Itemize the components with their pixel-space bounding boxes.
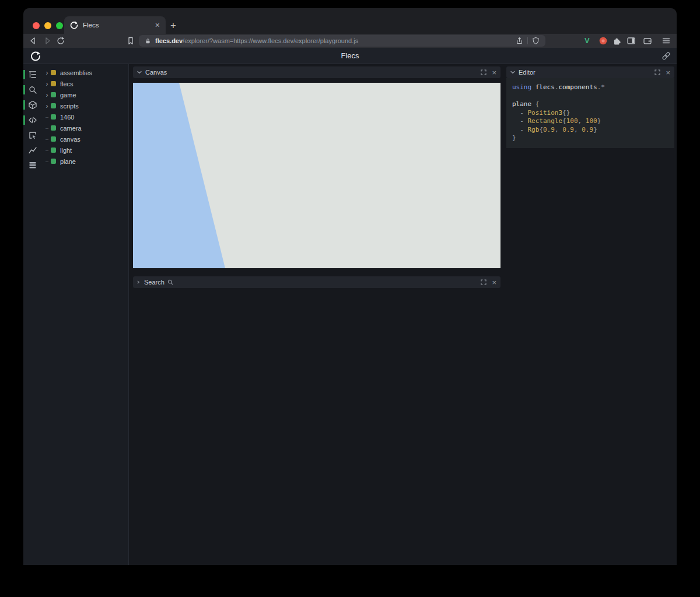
expand-arrow-icon[interactable]: › [43, 92, 51, 99]
entity-color-square [51, 159, 56, 164]
menu-hamburger-icon[interactable] [662, 36, 671, 45]
close-panel-icon[interactable]: × [666, 69, 670, 76]
tree-item-label: game [60, 92, 76, 99]
url-host: flecs.dev [155, 37, 183, 44]
stats-chart-icon[interactable] [28, 145, 37, 154]
canvas-viewport[interactable] [133, 83, 501, 268]
tree-item-light[interactable]: –light [42, 145, 129, 156]
bookmark-icon[interactable] [126, 36, 135, 45]
code-editor-icon[interactable] [28, 115, 37, 125]
tab-bar: Flecs × + [23, 8, 677, 34]
search-magnifier-icon [167, 279, 173, 285]
active-indicator [23, 85, 25, 94]
address-bar[interactable]: flecs.dev /explorer/?wasm=https://www.fl… [139, 35, 545, 47]
entities-box-icon[interactable] [28, 100, 37, 110]
fullscreen-icon[interactable] [654, 69, 660, 75]
forward-button[interactable] [43, 36, 52, 45]
code-line: } [512, 134, 668, 143]
code-line: plane { [512, 100, 668, 109]
search-query-icon[interactable] [28, 85, 37, 94]
close-window-button[interactable] [33, 22, 40, 29]
entity-color-square [51, 70, 56, 75]
sidebar-panel-icon[interactable] [626, 36, 636, 45]
tree-item-plane[interactable]: –plane [42, 156, 129, 167]
entity-color-square [51, 92, 56, 97]
tree-item-game[interactable]: ›game [42, 89, 129, 100]
fullscreen-icon[interactable] [481, 69, 487, 75]
leaf-dash-icon: – [43, 147, 51, 154]
flecs-favicon-icon [70, 21, 78, 29]
collapse-chevron-icon[interactable] [137, 71, 142, 74]
browser-window: Flecs × + flecs.dev /explorer/?wa [23, 8, 677, 565]
tree-item-assemblies[interactable]: ›assemblies [42, 67, 129, 78]
active-indicator [23, 100, 25, 110]
reload-button[interactable] [56, 36, 65, 45]
close-panel-icon[interactable]: × [492, 69, 496, 76]
tree-item-label: assemblies [60, 69, 92, 76]
tree-item-label: canvas [60, 136, 80, 143]
inspect-cursor-icon[interactable] [28, 131, 37, 140]
back-button[interactable] [29, 36, 38, 45]
screen-background: Flecs × + flecs.dev /explorer/?wa [0, 0, 700, 597]
search-panel-title: Search [144, 279, 164, 286]
red-extension-icon[interactable] [598, 36, 608, 45]
data-rows-icon[interactable] [28, 160, 37, 170]
code-line [512, 92, 668, 101]
extensions-puzzle-icon[interactable] [612, 36, 622, 45]
flecs-explorer-page: Flecs [23, 48, 677, 565]
expand-arrow-icon[interactable]: › [43, 69, 51, 76]
tree-item-label: flecs [60, 80, 74, 87]
divider [527, 37, 528, 44]
canvas-panel-title: Canvas [145, 69, 167, 76]
browser-tab[interactable]: Flecs × [64, 16, 166, 34]
zoom-window-button[interactable] [56, 22, 63, 29]
tree-item-canvas[interactable]: –canvas [42, 134, 129, 145]
expand-arrow-icon[interactable]: › [43, 80, 51, 87]
search-panel-header[interactable]: Search × [133, 276, 501, 288]
new-tab-button[interactable]: + [170, 20, 176, 30]
leaf-dash-icon: – [43, 114, 51, 121]
editor-panel-header[interactable]: Editor × [506, 66, 674, 78]
entity-color-square [51, 125, 56, 131]
entity-color-square [51, 103, 56, 108]
code-line: - Rgb{0.9, 0.9, 0.9} [512, 126, 668, 135]
collapse-chevron-icon[interactable] [510, 71, 515, 74]
wallet-icon[interactable] [643, 36, 652, 45]
share-icon[interactable] [516, 37, 523, 45]
v-extension-icon[interactable]: V [584, 36, 590, 45]
expand-chevron-icon[interactable] [137, 280, 141, 284]
tree-item-label: 1460 [60, 114, 74, 121]
canvas-panel-header[interactable]: Canvas × [133, 66, 501, 78]
leaf-dash-icon: – [43, 125, 51, 132]
brave-shield-icon[interactable] [532, 37, 540, 45]
active-indicator [23, 115, 25, 125]
tree-item-scripts[interactable]: ›scripts [42, 100, 129, 111]
close-panel-icon[interactable]: × [492, 279, 496, 286]
entity-tree: ›assemblies›flecs›game›scripts–1460–came… [42, 67, 129, 167]
tree-item-label: camera [60, 125, 82, 132]
code-line: using flecs.components.* [512, 83, 668, 92]
link-icon[interactable] [662, 51, 671, 61]
entity-color-square [51, 148, 56, 153]
lock-icon [145, 37, 151, 45]
active-indicator [23, 70, 25, 79]
tree-item-camera[interactable]: –camera [42, 122, 129, 134]
minimize-window-button[interactable] [44, 22, 51, 29]
tab-title: Flecs [83, 22, 155, 29]
tree-view-icon[interactable] [28, 70, 37, 79]
tab-close-icon[interactable]: × [155, 21, 160, 29]
app-header: Flecs [23, 48, 677, 64]
fullscreen-icon[interactable] [481, 279, 487, 285]
leaf-dash-icon: – [43, 158, 51, 165]
entity-color-square [51, 114, 56, 120]
editor-code[interactable]: using flecs.components.* plane { - Posit… [506, 78, 674, 148]
tree-item-label: plane [60, 158, 76, 165]
expand-arrow-icon[interactable]: › [43, 103, 51, 110]
tree-item-1460[interactable]: –1460 [42, 111, 129, 122]
left-column: ›assemblies›flecs›game›scripts–1460–came… [23, 64, 129, 565]
icon-rail [23, 64, 42, 565]
tree-item-flecs[interactable]: ›flecs [42, 78, 129, 89]
app-main: ›assemblies›flecs›game›scripts–1460–came… [23, 64, 677, 565]
tree-item-label: light [60, 147, 72, 154]
leaf-dash-icon: – [43, 136, 51, 143]
